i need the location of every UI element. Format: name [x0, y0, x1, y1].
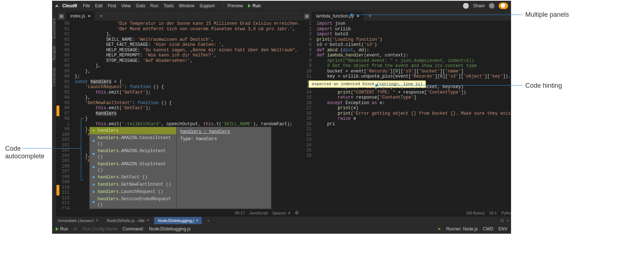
tab-add-button[interactable]: +: [98, 12, 105, 20]
menubar: Cloud9 FileEditFindViewGotoRunToolsWindo…: [52, 1, 511, 11]
unsaved-dot-icon: [88, 15, 90, 17]
run-button[interactable]: Run: [248, 3, 260, 8]
ide-window: Cloud9 FileEditFindViewGotoRunToolsWindo…: [52, 1, 511, 234]
menu-tools[interactable]: Tools: [164, 3, 174, 8]
cloud-sync-icon[interactable]: [499, 3, 508, 9]
run-config-name-input[interactable]: Run Config Name: [83, 226, 117, 232]
user-avatar[interactable]: [463, 3, 469, 9]
bottom-tab-bar: Immediate (Javascri×NodeJS/hello.js - Id…: [52, 216, 511, 224]
cursor-position: 16:1: [489, 211, 497, 215]
tab-bar-right: ▣ lambda_function.py +: [302, 11, 511, 21]
runner-selector[interactable]: Runner: Node.js: [446, 226, 478, 232]
autocomplete-item[interactable]: handlers: [90, 127, 176, 134]
close-icon[interactable]: ×: [147, 218, 149, 222]
tab-label: index.js: [70, 13, 85, 19]
statusbar-left: 99:17 JavaScript Spaces: 4 ⚙: [56, 209, 302, 216]
bottom-tab[interactable]: Immediate (Javascri×: [54, 217, 102, 224]
command-label: Command:: [122, 226, 144, 232]
hint-tooltip: expected an indented block (<string>, li…: [309, 80, 426, 88]
cwd-button[interactable]: CWD: [483, 226, 494, 232]
tab-bar-left: ▣ index.js +: [56, 11, 302, 21]
menu-run[interactable]: Run: [150, 3, 158, 8]
share-button[interactable]: Share: [473, 3, 485, 8]
editor-right[interactable]: 1234567891011121314151617181920212223242…: [302, 21, 511, 209]
autocomplete-item[interactable]: handlers.GetFact (): [90, 174, 176, 181]
menu-edit[interactable]: Edit: [95, 3, 103, 8]
sidebar-tab-commands[interactable]: Commands: [52, 68, 56, 86]
close-icon[interactable]: ×: [196, 218, 198, 222]
run-config-bar: Run ⟳ Run Config Name Command: NodeJS/de…: [52, 224, 511, 234]
maximize-icon[interactable]: ⊡: [500, 218, 504, 223]
sidebar-tab-environment[interactable]: Environment: [52, 18, 56, 39]
tab-lambda-py[interactable]: lambda_function.py: [312, 12, 364, 20]
autocomplete-item[interactable]: handlers.SessionEndedRequest (): [90, 195, 176, 209]
run-button-bottom[interactable]: Run: [56, 226, 68, 232]
callout-autocomplete: Code autocomplete: [5, 145, 44, 160]
autocomplete-item[interactable]: handlers.AMAZON.CancelIntent (): [90, 134, 176, 147]
menu-view[interactable]: View: [121, 3, 131, 8]
run-label: Run: [252, 3, 260, 8]
refresh-icon[interactable]: ⟳: [73, 226, 78, 232]
menu-support[interactable]: Support: [200, 3, 215, 8]
run-label: Run: [60, 226, 68, 232]
editor-left[interactable]: 80818283848586878889909192939495969798i …: [56, 21, 302, 209]
panes-icon[interactable]: ▣: [305, 13, 310, 19]
close-icon[interactable]: ×: [96, 218, 98, 222]
cursor-position: 99:17: [235, 211, 245, 215]
bottom-tab-add[interactable]: +: [205, 217, 212, 224]
bottom-tab[interactable]: NodeJS/debugging.j×: [154, 217, 202, 224]
menu-goto[interactable]: Goto: [136, 3, 145, 8]
runner-leaf-icon: ❧: [437, 226, 441, 232]
panes-icon[interactable]: ▣: [59, 13, 64, 19]
tab-index-js[interactable]: index.js: [66, 12, 95, 20]
menu-window[interactable]: Window: [179, 3, 195, 8]
menu-triangle-icon[interactable]: [55, 4, 59, 7]
callout-hinting: Code hinting: [525, 82, 562, 90]
autocomplete-item[interactable]: handlers.LaunchRequest (): [90, 188, 176, 195]
editor-panel-right: ▣ lambda_function.py + 12345678910111213…: [302, 11, 511, 216]
autocomplete-item[interactable]: handlers.AMAZON.HelpIntent (): [90, 147, 176, 161]
editor-settings-icon[interactable]: ⚙: [295, 210, 299, 215]
env-button[interactable]: ENV: [498, 226, 507, 232]
callout-panels: Multiple panels: [525, 11, 569, 19]
file-size: (89 Bytes): [466, 211, 484, 215]
language-indicator[interactable]: Python: [501, 211, 511, 215]
play-icon: [56, 227, 59, 231]
editor-panel-left: ▣ index.js + 808182838485868788899091929…: [56, 11, 302, 216]
command-value[interactable]: NodeJS/debugging.js: [149, 226, 191, 232]
close-panel-icon[interactable]: ×: [507, 218, 509, 223]
autocomplete-info-title: handlers : handlers: [180, 129, 267, 134]
brand: Cloud9: [62, 3, 77, 8]
settings-gear-icon[interactable]: [489, 3, 494, 8]
tab-label: lambda_function.py: [316, 13, 354, 19]
unsaved-dot-icon: [357, 15, 359, 17]
sidebar-tab-navigate[interactable]: Navigate: [52, 46, 56, 60]
autocomplete-popup[interactable]: handlershandlers.AMAZON.CancelIntent ()h…: [89, 127, 271, 209]
spaces-indicator[interactable]: Spaces: 4: [272, 211, 290, 215]
preview-button[interactable]: Preview: [228, 3, 243, 8]
autocomplete-item[interactable]: handlers.AMAZON.StopIntent (): [90, 161, 176, 174]
menu-file[interactable]: File: [83, 3, 90, 8]
statusbar-right: (89 Bytes) 16:1 Python Spaces: 4 ⚙: [302, 209, 511, 216]
autocomplete-item[interactable]: handlers.GetNewFactIntent (): [90, 181, 176, 188]
divider: [224, 3, 224, 9]
tab-add-button[interactable]: +: [366, 12, 374, 20]
play-icon: [248, 4, 251, 8]
sidebar-left: EnvironmentNavigateCommands: [52, 11, 56, 216]
autocomplete-info-type: Type: handlers: [180, 137, 267, 142]
menu-find[interactable]: Find: [108, 3, 116, 8]
language-indicator[interactable]: JavaScript: [249, 211, 268, 215]
bottom-tab[interactable]: NodeJS/hello.js - Idle×: [103, 217, 153, 224]
